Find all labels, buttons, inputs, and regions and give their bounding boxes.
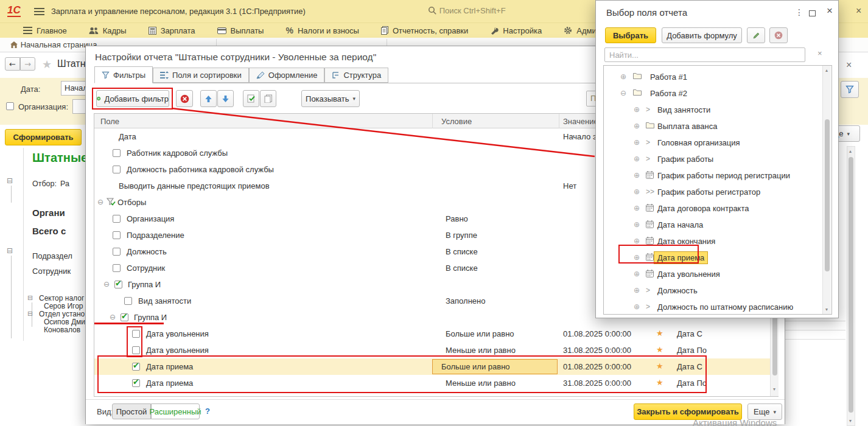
uncheck-all-button[interactable] bbox=[260, 90, 276, 107]
collapse-group-icon[interactable]: ⊟ bbox=[27, 294, 33, 302]
menubar-item-salary[interactable]: Зарплата bbox=[149, 26, 195, 35]
value-cell[interactable]: 01.08.2025 0:00:00 bbox=[563, 329, 631, 338]
hamburger-menu-icon[interactable] bbox=[34, 8, 44, 15]
row-checkbox[interactable] bbox=[121, 313, 128, 321]
expand-icon[interactable]: ⊕ bbox=[634, 187, 640, 196]
expand-icon[interactable]: ⊕ bbox=[634, 204, 640, 212]
field-tree-item-1[interactable]: ⊕Работа #1 bbox=[604, 69, 831, 85]
field-tree-item-11[interactable]: ⊕Дата окончания bbox=[604, 233, 831, 250]
scroll-up-icon[interactable]: ▴ bbox=[849, 148, 852, 154]
row-checkbox[interactable] bbox=[132, 346, 140, 354]
value-cell[interactable]: 01.08.2025 0:00:00 bbox=[563, 362, 631, 371]
menubar-item-hr[interactable]: Кадры bbox=[89, 26, 127, 35]
close-and-generate-button[interactable]: Закрыть и сформировать bbox=[634, 403, 742, 420]
field-tree-item-4[interactable]: ⊕Выплата аванса bbox=[604, 118, 831, 134]
scroll-down-icon[interactable]: ▾ bbox=[773, 386, 775, 392]
collapse-group-icon[interactable]: ⊟ bbox=[7, 246, 13, 255]
field-tree-item-8[interactable]: ⊕>>График работы регистратор bbox=[604, 184, 831, 200]
add-formula-button[interactable]: Добавить формулу bbox=[662, 27, 742, 43]
row-checkbox[interactable] bbox=[124, 297, 132, 305]
condition-cell[interactable]: Больше или равно bbox=[432, 359, 558, 374]
expand-icon[interactable]: ⊕ bbox=[634, 122, 640, 130]
condition-cell[interactable]: В списке bbox=[446, 247, 478, 256]
collapse-icon[interactable]: ⊖ bbox=[97, 198, 103, 206]
add-filter-button[interactable]: Добавить фильтр bbox=[96, 90, 169, 107]
row-checkbox[interactable] bbox=[113, 149, 121, 157]
menubar-item-taxes[interactable]: %Налоги и взносы bbox=[285, 26, 359, 35]
tree-scrollbar-thumb[interactable] bbox=[825, 119, 830, 271]
field-tree-item-15[interactable]: ⊕>Должность по штатному расписанию bbox=[604, 299, 831, 315]
row-checkbox[interactable] bbox=[132, 363, 140, 371]
row-checkbox[interactable] bbox=[113, 166, 121, 173]
field-tree-item-3[interactable]: ⊕>Вид занятости bbox=[604, 102, 831, 118]
move-down-button[interactable] bbox=[217, 90, 234, 107]
edit-formula-button[interactable] bbox=[747, 27, 765, 43]
condition-cell[interactable]: Меньше или равно bbox=[446, 346, 516, 355]
view-advanced-button[interactable]: Расширенный bbox=[151, 403, 200, 419]
dialog-tab-fields[interactable]: Поля и сортировки bbox=[153, 68, 249, 83]
collapse-icon[interactable]: ⊖ bbox=[110, 313, 116, 321]
field-tree-item-14[interactable]: ⊕>Должность bbox=[604, 282, 831, 299]
menubar-item-main[interactable]: Главное bbox=[23, 26, 67, 35]
scroll-down-icon[interactable]: ▾ bbox=[825, 307, 828, 312]
row-checkbox[interactable] bbox=[132, 330, 140, 338]
dialog-tab-structure[interactable]: Структура bbox=[324, 68, 388, 83]
filter-row-13[interactable]: Дата увольненияБольше или равно01.08.202… bbox=[94, 326, 771, 342]
row-checkbox[interactable] bbox=[132, 379, 140, 387]
favorite-star-icon[interactable]: ★ bbox=[42, 58, 52, 71]
expand-icon[interactable]: ⊕ bbox=[634, 171, 640, 180]
panel-maximize-icon[interactable] bbox=[809, 10, 816, 16]
scroll-down-icon[interactable]: ▾ bbox=[849, 418, 852, 424]
filter-row-15[interactable]: Дата приемаБольше или равно01.08.2025 0:… bbox=[94, 358, 771, 375]
row-checkbox[interactable] bbox=[113, 248, 121, 256]
collapse-group-icon[interactable]: ⊟ bbox=[7, 176, 13, 185]
collapse-group-icon[interactable]: ⊟ bbox=[27, 310, 33, 318]
expand-icon[interactable]: ⊕ bbox=[634, 286, 640, 295]
filter-row-14[interactable]: Дата увольненияМеньше или равно31.08.202… bbox=[94, 342, 771, 358]
bg-filter-toggle-button[interactable] bbox=[841, 81, 859, 98]
bg-scrollbar-thumb[interactable] bbox=[849, 157, 853, 413]
bg-window-close-icon[interactable]: × bbox=[846, 60, 852, 71]
move-up-button[interactable] bbox=[200, 90, 217, 107]
row-checkbox[interactable] bbox=[113, 215, 121, 223]
field-tree-item-9[interactable]: ⊕Дата договора контракта bbox=[604, 200, 831, 217]
show-menu-button[interactable]: Показывать▾ bbox=[301, 90, 360, 107]
condition-cell[interactable]: Больше или равно bbox=[446, 329, 514, 338]
expand-icon[interactable]: ⊕ bbox=[634, 138, 640, 147]
check-all-button[interactable] bbox=[243, 90, 259, 107]
select-field-button[interactable]: Выбрать bbox=[605, 27, 656, 43]
field-search-input[interactable]: Найти... bbox=[604, 47, 805, 62]
condition-cell[interactable]: В списке bbox=[446, 264, 478, 273]
value-cell[interactable]: 31.08.2025 0:00:00 bbox=[563, 346, 631, 355]
scroll-up-icon[interactable]: ▴ bbox=[825, 68, 828, 73]
field-tree-item-7[interactable]: ⊕График работы период регистрации bbox=[604, 167, 831, 184]
menubar-item-settings[interactable]: Настройка bbox=[490, 26, 542, 35]
nav-back-button[interactable]: ← bbox=[5, 57, 20, 71]
field-tree-item-10[interactable]: ⊕Дата начала bbox=[604, 217, 831, 233]
menubar-item-reports[interactable]: Отчетность, справки bbox=[381, 26, 468, 35]
row-checkbox[interactable] bbox=[114, 281, 122, 288]
expand-icon[interactable]: ⊕ bbox=[620, 72, 626, 81]
filter-row-16[interactable]: Дата приемаМеньше или равно31.08.2025 0:… bbox=[94, 375, 771, 391]
expand-icon[interactable]: ⊕ bbox=[634, 105, 640, 114]
nav-forward-button[interactable]: → bbox=[20, 57, 35, 71]
field-tree-item-12[interactable]: ⊕Дата приема bbox=[604, 250, 831, 266]
collapse-icon[interactable]: ⊖ bbox=[103, 280, 110, 288]
global-search[interactable]: Поиск Ctrl+Shift+F bbox=[428, 6, 506, 15]
generate-button[interactable]: Сформировать bbox=[5, 129, 82, 145]
delete-filter-button[interactable] bbox=[176, 90, 193, 107]
app-close-icon[interactable]: × bbox=[856, 5, 861, 16]
field-tree-item-6[interactable]: ⊕>График работы bbox=[604, 151, 831, 167]
expand-icon[interactable]: ⊕ bbox=[634, 155, 640, 163]
value-cell[interactable]: 31.08.2025 0:00:00 bbox=[563, 379, 631, 388]
field-tree-item-13[interactable]: ⊕Дата увольнения bbox=[604, 266, 831, 282]
field-tree-item-2[interactable]: ⊖Работа #2 bbox=[604, 85, 831, 102]
bg-org-checkbox[interactable] bbox=[6, 102, 14, 110]
clear-formula-button[interactable] bbox=[769, 27, 788, 43]
dialog-tab-style[interactable]: Оформление bbox=[249, 68, 325, 83]
search-clear-icon[interactable]: × bbox=[817, 49, 822, 58]
condition-cell[interactable]: В группе bbox=[446, 231, 477, 240]
view-simple-button[interactable]: Простой bbox=[112, 403, 151, 419]
dialog-tab-filters[interactable]: Фильтры bbox=[94, 66, 153, 83]
panel-close-icon[interactable]: × bbox=[827, 5, 833, 17]
